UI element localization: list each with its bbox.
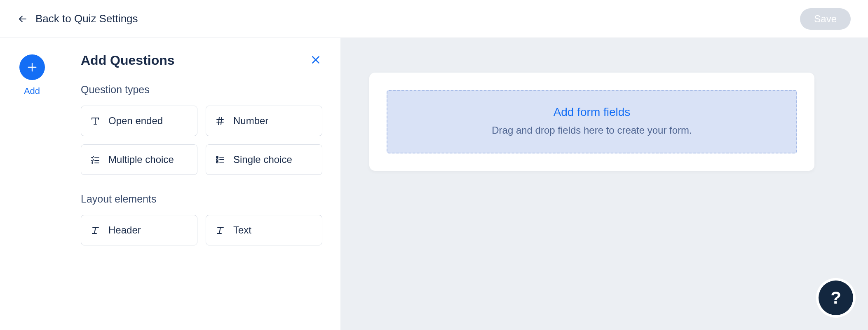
form-canvas: Add form fields Drag and drop fields her… xyxy=(340,38,868,330)
tile-label: Number xyxy=(233,115,268,127)
svg-point-17 xyxy=(92,163,93,163)
svg-point-18 xyxy=(216,156,218,158)
section-title-question-types: Question types xyxy=(81,84,322,96)
tile-label: Multiple choice xyxy=(108,154,174,165)
svg-line-28 xyxy=(219,227,221,233)
add-button[interactable] xyxy=(19,54,45,80)
italic-t-icon xyxy=(89,224,101,236)
tile-label: Open ended xyxy=(108,115,163,127)
plus-icon xyxy=(26,61,38,73)
form-card: Add form fields Drag and drop fields her… xyxy=(369,73,814,171)
tile-header[interactable]: Header xyxy=(81,215,197,245)
close-button[interactable] xyxy=(309,54,322,67)
dropzone-subtitle: Drag and drop fields here to create your… xyxy=(396,125,788,136)
radiolist-icon xyxy=(214,154,226,165)
tile-multiple-choice[interactable]: Multiple choice xyxy=(81,144,197,175)
checklist-icon xyxy=(89,154,101,165)
layout-elements-grid: Header Text xyxy=(81,215,322,245)
tile-open-ended[interactable]: Open ended xyxy=(81,106,197,136)
question-mark-icon: ? xyxy=(830,288,841,308)
svg-line-25 xyxy=(94,227,96,233)
save-button[interactable]: Save xyxy=(800,8,851,30)
main: Add Add Questions Question types xyxy=(0,38,868,330)
svg-point-22 xyxy=(216,161,218,163)
section-title-layout-elements: Layout elements xyxy=(81,193,322,205)
tile-text[interactable]: Text xyxy=(206,215,322,245)
question-types-grid: Open ended Number xyxy=(81,106,322,175)
topbar: Back to Quiz Settings Save xyxy=(0,0,868,38)
add-label: Add xyxy=(24,86,40,97)
add-questions-panel: Add Questions Question types xyxy=(64,38,340,330)
hash-icon xyxy=(214,115,226,127)
help-button[interactable]: ? xyxy=(819,280,853,315)
tile-label: Text xyxy=(233,224,251,236)
italic-t-icon xyxy=(214,224,226,236)
panel-header: Add Questions xyxy=(81,53,322,68)
tile-label: Single choice xyxy=(233,154,292,165)
panel-title: Add Questions xyxy=(81,53,175,68)
dropzone-title: Add form fields xyxy=(396,106,788,119)
svg-line-12 xyxy=(218,117,219,125)
arrow-left-icon xyxy=(17,14,28,24)
text-t-icon xyxy=(89,115,101,127)
dropzone[interactable]: Add form fields Drag and drop fields her… xyxy=(387,90,797,153)
tile-label: Header xyxy=(108,224,141,236)
left-rail: Add xyxy=(0,38,64,330)
svg-line-13 xyxy=(221,117,222,125)
tile-single-choice[interactable]: Single choice xyxy=(206,144,322,175)
back-link[interactable]: Back to Quiz Settings xyxy=(17,12,138,25)
svg-point-20 xyxy=(216,159,218,160)
close-icon xyxy=(310,54,321,67)
tile-number[interactable]: Number xyxy=(206,106,322,136)
back-label: Back to Quiz Settings xyxy=(35,12,138,25)
